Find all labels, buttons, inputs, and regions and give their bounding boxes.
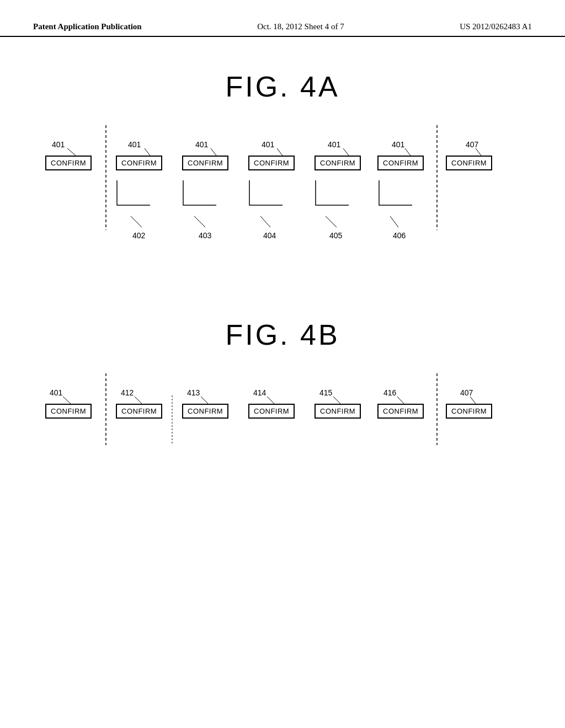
- fig4a-btn-4[interactable]: CONFIRM: [248, 156, 295, 170]
- fig4b-btn-3[interactable]: CONFIRM: [182, 404, 228, 419]
- svg-line-34: [397, 397, 404, 404]
- svg-line-13: [390, 216, 398, 227]
- fig4a-btn-2[interactable]: CONFIRM: [116, 156, 162, 170]
- fig4a-btn-5[interactable]: CONFIRM: [315, 156, 361, 170]
- fig4b-section: FIG. 4B 401 412 413 414 415 416 4: [0, 318, 565, 478]
- header-patent-number: US 2012/0262483 A1: [460, 22, 532, 31]
- header-publication-label: Patent Application Publication: [33, 22, 142, 31]
- svg-text:414: 414: [253, 388, 266, 397]
- svg-line-7: [405, 148, 411, 156]
- fig4b-title: FIG. 4B: [0, 318, 565, 351]
- svg-text:404: 404: [263, 231, 276, 240]
- svg-text:416: 416: [383, 388, 397, 397]
- fig4a-section: FIG. 4A: [0, 70, 565, 274]
- svg-line-11: [260, 216, 270, 227]
- svg-line-9: [131, 216, 142, 227]
- svg-text:407: 407: [460, 388, 473, 397]
- svg-line-5: [277, 148, 282, 156]
- svg-text:401: 401: [128, 140, 141, 149]
- svg-text:401: 401: [392, 140, 405, 149]
- svg-text:402: 402: [132, 231, 146, 240]
- svg-line-6: [343, 148, 349, 156]
- fig4b-btn-7[interactable]: CONFIRM: [446, 404, 492, 419]
- header-date-sheet: Oct. 18, 2012 Sheet 4 of 7: [257, 22, 344, 31]
- fig4a-svg: 401 401 401 401 401 401 407 402 403 404 …: [0, 120, 565, 274]
- svg-line-35: [470, 397, 476, 404]
- fig4b-btn-1[interactable]: CONFIRM: [45, 404, 92, 419]
- svg-text:401: 401: [52, 140, 65, 149]
- svg-text:405: 405: [329, 231, 343, 240]
- fig4a-btn-6[interactable]: CONFIRM: [377, 156, 424, 170]
- svg-line-3: [145, 148, 150, 156]
- fig4b-btn-6[interactable]: CONFIRM: [377, 404, 424, 419]
- svg-line-2: [67, 148, 76, 156]
- svg-text:412: 412: [121, 388, 134, 397]
- svg-text:415: 415: [319, 388, 333, 397]
- svg-line-30: [135, 397, 142, 404]
- fig4b-btn-4[interactable]: CONFIRM: [248, 404, 295, 419]
- fig4a-btn-1[interactable]: CONFIRM: [45, 156, 92, 170]
- fig4a-btn-7[interactable]: CONFIRM: [446, 156, 492, 170]
- svg-text:401: 401: [50, 388, 63, 397]
- svg-text:413: 413: [187, 388, 200, 397]
- fig4a-title: FIG. 4A: [0, 70, 565, 103]
- fig4a-btn-3[interactable]: CONFIRM: [182, 156, 228, 170]
- svg-line-29: [63, 397, 71, 404]
- fig4b-btn-2[interactable]: CONFIRM: [116, 404, 162, 419]
- page-header: Patent Application Publication Oct. 18, …: [0, 0, 565, 37]
- svg-line-4: [211, 148, 216, 156]
- fig4b-diagram: 401 412 413 414 415 416 407 CONFIRM CONF…: [0, 368, 565, 478]
- svg-line-12: [326, 216, 337, 227]
- svg-line-32: [267, 397, 274, 404]
- svg-text:407: 407: [466, 140, 479, 149]
- svg-text:401: 401: [195, 140, 209, 149]
- svg-line-31: [201, 397, 208, 404]
- svg-text:401: 401: [262, 140, 275, 149]
- svg-text:406: 406: [393, 231, 406, 240]
- svg-text:403: 403: [199, 231, 212, 240]
- svg-line-10: [194, 216, 205, 227]
- svg-text:401: 401: [328, 140, 341, 149]
- svg-line-8: [476, 148, 481, 156]
- svg-line-33: [333, 397, 340, 404]
- fig4b-btn-5[interactable]: CONFIRM: [315, 404, 361, 419]
- fig4a-diagram: 401 401 401 401 401 401 407 402 403 404 …: [0, 120, 565, 274]
- fig4b-svg: 401 412 413 414 415 416 407 CONFIRM CONF…: [0, 368, 565, 478]
